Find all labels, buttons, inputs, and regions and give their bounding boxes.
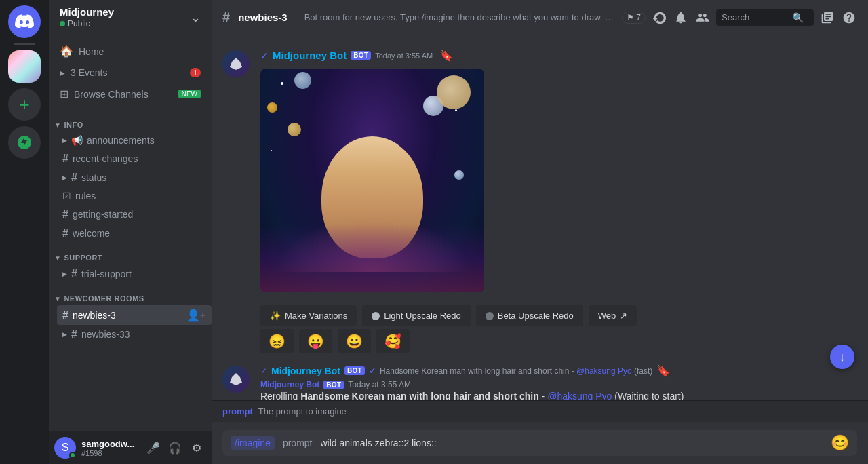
light-upscale-redo-button[interactable]: Light Upscale Redo: [362, 305, 470, 326]
love-emoji: 🥰: [384, 333, 401, 349]
member-count: 7: [636, 13, 641, 22]
support-channels: ▶ # trial-support: [49, 265, 212, 284]
checkbox-icon: ☑: [62, 191, 71, 201]
headset-button[interactable]: 🎧: [165, 438, 184, 457]
reroll-author[interactable]: Midjourney Bot: [271, 366, 340, 376]
make-variations-button[interactable]: ✨ Make Variations: [260, 305, 357, 326]
header-divider: [296, 9, 296, 26]
reaction-grin[interactable]: 😀: [338, 329, 371, 353]
sidebar-item-home-label: Home: [79, 46, 104, 57]
star-3: [271, 150, 272, 151]
reroll-main-line: Midjourney Bot BOT Today at 3:55 AM: [260, 380, 857, 389]
chevron-right-n33: ▶: [62, 331, 67, 338]
bot-badge: BOT: [351, 51, 371, 60]
tongue-emoji: 😛: [307, 333, 324, 349]
user-controls: 🎤 🎧 ⚙: [144, 438, 206, 457]
reaction-row: 😖 😛 😀 🥰: [260, 329, 857, 353]
prompt-bar: prompt The prompt to imagine: [212, 400, 868, 422]
support-section-header[interactable]: ▼ SUPPORT: [49, 243, 212, 265]
message-header-1: ✓ Midjourney Bot BOT Today at 3:55 AM 🔖: [260, 49, 857, 62]
notification-button[interactable]: [673, 9, 689, 26]
mention-haksung[interactable]: @haksung Pyo: [547, 391, 612, 400]
channel-header-description: Bot room for new users. Type /imagine th…: [304, 12, 614, 22]
small-planet: [294, 72, 311, 89]
user-bar: S samgoodw... #1598 🎤 🎧 ⚙: [49, 431, 212, 464]
channel-item-status[interactable]: ▶ # status: [57, 168, 212, 187]
planet-2: [288, 123, 301, 136]
sidebar-item-events[interactable]: ▶ 3 Events 1: [54, 63, 206, 82]
sidebar-item-events-label: 3 Events: [71, 67, 107, 78]
newcomer-section-header[interactable]: ▼ NEWCOMER ROOMS: [49, 284, 212, 305]
search-input[interactable]: [722, 12, 789, 22]
mic-button[interactable]: 🎤: [144, 438, 163, 457]
chevron-right-trial: ▶: [62, 271, 67, 277]
member-count-icon: ⚑: [627, 13, 634, 22]
reaction-angry[interactable]: 😖: [260, 329, 294, 353]
sidebar-item-browse-label: Browse Channels: [74, 89, 149, 100]
inbox-button[interactable]: [819, 9, 835, 26]
server-icon-midjourney[interactable]: [8, 50, 41, 83]
server-rail: +: [0, 0, 49, 464]
channel-item-newbies-33[interactable]: ▶ # newbies-33: [57, 325, 212, 344]
message-input[interactable]: [321, 430, 826, 456]
support-section-label: SUPPORT: [64, 254, 102, 262]
channel-item-newbies-3[interactable]: # newbies-3 👤+: [57, 305, 212, 325]
prompt-input-label: prompt: [280, 438, 315, 448]
beta-upscale-redo-button[interactable]: Beta Upscale Redo: [476, 305, 583, 326]
star-2: [455, 109, 457, 111]
channel-item-trial-support[interactable]: ▶ # trial-support: [57, 265, 212, 284]
web-button[interactable]: Web ↗: [589, 305, 637, 326]
search-bar[interactable]: 🔍: [716, 9, 814, 26]
today-timestamp: Today at 3:55 AM: [348, 380, 411, 389]
scroll-to-bottom-button[interactable]: ↓: [830, 345, 854, 369]
hash-icon-trial: #: [71, 268, 77, 280]
explore-button[interactable]: [8, 126, 41, 159]
save-message-icon[interactable]: 🔖: [439, 49, 453, 62]
channel-label-newbies-3: newbies-3: [73, 310, 116, 321]
server-status: Public: [60, 19, 114, 28]
star-1: [281, 82, 283, 85]
emoji-picker-button[interactable]: 😊: [831, 434, 849, 452]
channel-item-welcome[interactable]: # welcome: [57, 224, 212, 243]
member-count-badge: ⚑ 7: [622, 12, 646, 24]
webhook-button[interactable]: [651, 9, 667, 26]
info-chevron-icon: ▼: [54, 121, 61, 129]
channel-item-announcements[interactable]: ▶ 📢 announcements: [57, 132, 212, 149]
bot-avatar-img: [222, 366, 250, 393]
server-header[interactable]: Midjourney Public ⌄: [49, 0, 212, 35]
chevron-down-icon: ⌄: [191, 10, 201, 25]
info-section-header[interactable]: ▼ INFO: [49, 110, 212, 132]
members-button[interactable]: [694, 9, 711, 26]
reaction-tongue[interactable]: 😛: [299, 329, 332, 353]
input-container: /imagine prompt 😊: [222, 430, 857, 456]
message-author-bot[interactable]: Midjourney Bot: [273, 50, 347, 61]
reaction-love[interactable]: 🥰: [376, 329, 410, 353]
make-variations-label: Make Variations: [285, 311, 347, 321]
help-button[interactable]: [841, 9, 857, 26]
channel-hash-icon: #: [222, 9, 230, 25]
server-name: Midjourney: [60, 6, 114, 18]
search-icon: 🔍: [792, 12, 804, 23]
channel-label-trial-support: trial-support: [81, 269, 132, 279]
sidebar-item-home[interactable]: 🏠 Home: [54, 41, 206, 62]
generated-image[interactable]: [260, 69, 484, 292]
sidebar-item-browse[interactable]: ⊞ Browse Channels NEW: [54, 83, 206, 104]
verified-icon-2: ✓: [260, 366, 267, 376]
verified-icon: ✓: [260, 50, 269, 61]
circle-icon-light: [372, 312, 380, 320]
add-server-button[interactable]: +: [8, 88, 41, 121]
events-badge: 1: [190, 68, 201, 77]
reroll-text: Rerolling Handsome Korean man with long …: [260, 391, 857, 400]
add-member-icon[interactable]: 👤+: [186, 309, 206, 322]
channel-item-rules[interactable]: ☑ rules: [57, 187, 212, 205]
channel-label-welcome: welcome: [73, 228, 110, 239]
discord-home-icon[interactable]: [8, 5, 41, 38]
input-bar: /imagine prompt 😊: [212, 422, 868, 464]
settings-button[interactable]: ⚙: [187, 438, 206, 457]
bottom-glow: [260, 225, 484, 292]
chevron-right-icon: ▶: [60, 69, 65, 77]
channel-item-recent-changes[interactable]: # recent-changes: [57, 149, 212, 168]
save-icon-2[interactable]: 🔖: [656, 364, 670, 377]
channel-item-getting-started[interactable]: # getting-started: [57, 205, 212, 224]
user-info: samgoodw... #1598: [81, 439, 138, 457]
